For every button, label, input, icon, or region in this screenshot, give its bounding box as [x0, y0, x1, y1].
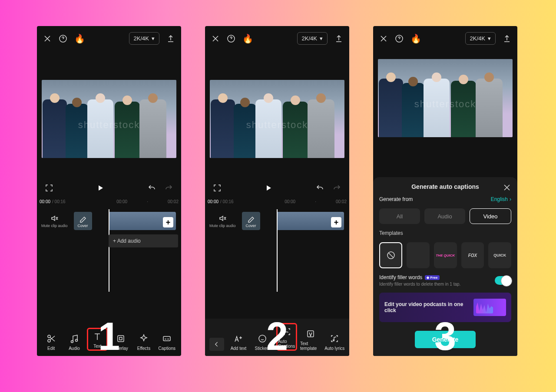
play-button[interactable] — [96, 184, 105, 192]
tool-effects[interactable]: Effects — [133, 334, 154, 351]
tool-edit[interactable]: Edit — [41, 334, 62, 351]
add-clip-button[interactable]: + — [163, 217, 173, 227]
panel-close-button[interactable] — [503, 183, 511, 192]
undo-icon[interactable] — [147, 184, 156, 192]
chevron-down-icon: ▾ — [152, 35, 155, 42]
template-none[interactable] — [379, 242, 402, 268]
template-item[interactable]: QUICK — [488, 242, 511, 268]
phone-screen-3: 🔥 2K/4K▾ shutterstock — [373, 26, 517, 356]
cover-button[interactable]: Cover — [242, 212, 260, 230]
tool-auto-lyrics[interactable]: Auto lyrics — [324, 334, 345, 351]
chevron-right-icon: › — [510, 196, 511, 202]
template-list: THE QUICK FOX QUICK — [379, 242, 511, 268]
watermark: shutterstock — [78, 119, 140, 131]
video-clip[interactable]: + — [277, 212, 344, 230]
video-preview[interactable]: shutterstock — [205, 51, 349, 181]
tool-audio[interactable]: Audio — [64, 334, 85, 351]
step-number: 2 — [266, 317, 288, 356]
svg-point-3 — [71, 341, 73, 343]
time-current: 00:00 — [40, 199, 50, 204]
template-item[interactable]: THE QUICK — [434, 242, 457, 268]
undo-icon[interactable] — [315, 184, 324, 192]
tool-captions[interactable]: Captions — [156, 334, 177, 351]
timeline[interactable]: Mute clip audio Cover + — [205, 210, 349, 242]
redo-icon — [165, 184, 173, 192]
generate-from-label: Generate from — [379, 196, 413, 202]
video-clip[interactable]: + — [109, 212, 176, 230]
playhead[interactable] — [277, 209, 278, 292]
add-audio-button[interactable]: + Add audio — [109, 234, 178, 247]
speaker-icon — [50, 214, 59, 223]
video-preview[interactable]: shutterstock — [373, 51, 517, 142]
help-icon[interactable] — [227, 34, 235, 43]
text-template-icon — [306, 329, 315, 339]
source-audio[interactable]: Audio — [424, 208, 465, 224]
source-video[interactable]: Video — [470, 208, 511, 224]
source-all[interactable]: All — [379, 208, 420, 224]
redo-icon — [333, 184, 341, 192]
video-preview[interactable]: shutterstock — [37, 51, 181, 181]
sparkle-icon — [139, 334, 149, 343]
resolution-button[interactable]: 2K/4K▾ — [129, 32, 159, 45]
captions-icon — [162, 334, 172, 343]
close-icon[interactable] — [43, 34, 52, 43]
svg-point-11 — [333, 340, 334, 341]
time-total: / 00:16 — [52, 199, 66, 204]
panel-title: Generate auto captions — [411, 183, 479, 190]
flame-icon[interactable]: 🔥 — [74, 33, 85, 44]
language-select[interactable]: English› — [491, 196, 511, 202]
templates-label: Templates — [379, 230, 511, 236]
pencil-icon — [79, 214, 87, 223]
music-note-icon — [70, 334, 79, 343]
export-icon[interactable] — [166, 34, 175, 43]
free-badge: ◆ Free — [425, 275, 439, 280]
filler-words-subtitle: Identify filler words to delete them in … — [379, 282, 460, 287]
timeline[interactable]: Mute clip audio Cover + + Add audio — [37, 210, 181, 242]
svg-rect-7 — [163, 336, 170, 341]
phone-screen-2: 🔥 2K/4K▾ shutterstock — [205, 26, 349, 356]
flame-icon[interactable]: 🔥 — [410, 33, 421, 44]
back-button[interactable] — [209, 338, 224, 351]
promo-art — [473, 299, 506, 316]
fullscreen-icon[interactable] — [45, 184, 53, 192]
close-icon[interactable] — [211, 34, 220, 43]
export-icon[interactable] — [334, 34, 343, 43]
help-icon[interactable] — [395, 34, 404, 43]
auto-lyrics-icon — [330, 334, 339, 343]
svg-point-9 — [259, 335, 266, 342]
scissors-icon — [46, 334, 56, 343]
resolution-button[interactable]: 2K/4K▾ — [297, 32, 328, 45]
svg-point-4 — [75, 339, 77, 342]
step-number: 1 — [98, 317, 120, 356]
filler-words-label: Identify filler words ◆ Free — [379, 274, 460, 280]
playhead[interactable] — [109, 209, 109, 292]
fullscreen-icon[interactable] — [213, 184, 222, 192]
play-button[interactable] — [264, 184, 273, 192]
template-item[interactable]: FOX — [461, 242, 484, 268]
template-item[interactable] — [407, 242, 430, 268]
tool-text-template[interactable]: Text template — [300, 329, 321, 351]
step-number: 3 — [434, 317, 456, 356]
add-clip-button[interactable]: + — [331, 217, 341, 227]
resolution-button[interactable]: 2K/4K▾ — [465, 32, 496, 45]
phone-screen-1: 🔥 2K/4K▾ shutterstock — [37, 26, 181, 356]
help-icon[interactable] — [59, 34, 67, 43]
mute-audio-button[interactable]: Mute clip audio — [41, 214, 68, 228]
mute-audio-button[interactable]: Mute clip audio — [209, 214, 236, 228]
add-text-icon — [234, 334, 243, 343]
flame-icon[interactable]: 🔥 — [242, 33, 253, 44]
filler-toggle[interactable] — [495, 276, 511, 285]
close-icon[interactable] — [379, 34, 388, 43]
export-icon[interactable] — [503, 34, 511, 43]
cover-button[interactable]: Cover — [74, 212, 92, 230]
tool-add-text[interactable]: Add text — [228, 334, 249, 351]
